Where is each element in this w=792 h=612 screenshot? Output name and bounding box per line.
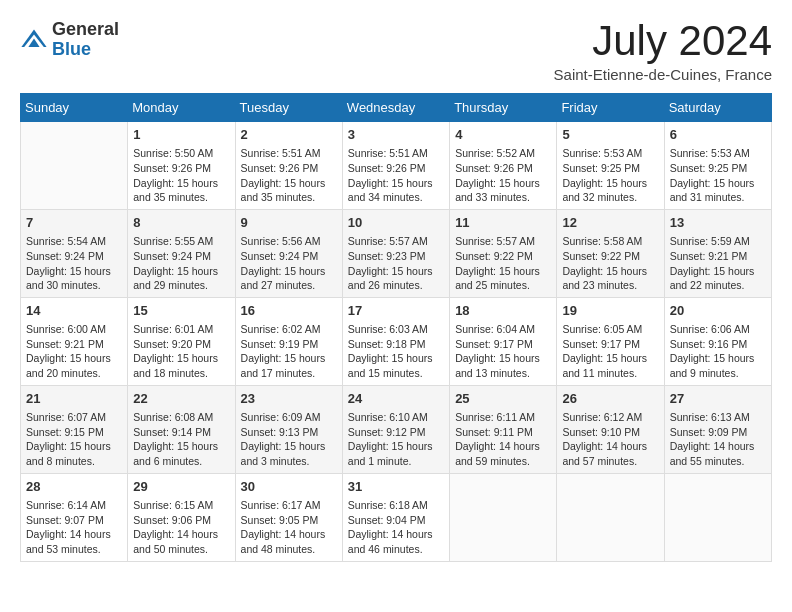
cell-content: Sunrise: 5:54 AMSunset: 9:24 PMDaylight:…: [26, 234, 122, 293]
daylight-text: Daylight: 15 hours and 18 minutes.: [133, 351, 229, 380]
daylight-text: Daylight: 14 hours and 55 minutes.: [670, 439, 766, 468]
day-number: 30: [241, 478, 337, 496]
cell-content: Sunrise: 6:03 AMSunset: 9:18 PMDaylight:…: [348, 322, 444, 381]
calendar-cell: 11Sunrise: 5:57 AMSunset: 9:22 PMDayligh…: [450, 209, 557, 297]
sunrise-text: Sunrise: 5:51 AM: [348, 146, 444, 161]
cell-content: Sunrise: 6:15 AMSunset: 9:06 PMDaylight:…: [133, 498, 229, 557]
daylight-text: Daylight: 15 hours and 6 minutes.: [133, 439, 229, 468]
sunset-text: Sunset: 9:26 PM: [241, 161, 337, 176]
sunset-text: Sunset: 9:22 PM: [455, 249, 551, 264]
sunrise-text: Sunrise: 6:00 AM: [26, 322, 122, 337]
sunrise-text: Sunrise: 5:59 AM: [670, 234, 766, 249]
day-number: 3: [348, 126, 444, 144]
daylight-text: Daylight: 15 hours and 26 minutes.: [348, 264, 444, 293]
sunrise-text: Sunrise: 5:57 AM: [455, 234, 551, 249]
sunset-text: Sunset: 9:09 PM: [670, 425, 766, 440]
day-number: 24: [348, 390, 444, 408]
daylight-text: Daylight: 15 hours and 17 minutes.: [241, 351, 337, 380]
calendar-cell: 21Sunrise: 6:07 AMSunset: 9:15 PMDayligh…: [21, 385, 128, 473]
calendar-cell: 9Sunrise: 5:56 AMSunset: 9:24 PMDaylight…: [235, 209, 342, 297]
calendar-cell: 17Sunrise: 6:03 AMSunset: 9:18 PMDayligh…: [342, 297, 449, 385]
calendar-cell: 31Sunrise: 6:18 AMSunset: 9:04 PMDayligh…: [342, 473, 449, 561]
sunrise-text: Sunrise: 5:52 AM: [455, 146, 551, 161]
sunrise-text: Sunrise: 6:17 AM: [241, 498, 337, 513]
calendar-cell: 24Sunrise: 6:10 AMSunset: 9:12 PMDayligh…: [342, 385, 449, 473]
sunrise-text: Sunrise: 6:10 AM: [348, 410, 444, 425]
days-row: SundayMondayTuesdayWednesdayThursdayFrid…: [21, 94, 772, 122]
day-number: 10: [348, 214, 444, 232]
sunset-text: Sunset: 9:05 PM: [241, 513, 337, 528]
day-number: 31: [348, 478, 444, 496]
daylight-text: Daylight: 15 hours and 11 minutes.: [562, 351, 658, 380]
sunset-text: Sunset: 9:15 PM: [26, 425, 122, 440]
calendar-cell: 16Sunrise: 6:02 AMSunset: 9:19 PMDayligh…: [235, 297, 342, 385]
cell-content: Sunrise: 6:02 AMSunset: 9:19 PMDaylight:…: [241, 322, 337, 381]
day-header-monday: Monday: [128, 94, 235, 122]
sunrise-text: Sunrise: 6:04 AM: [455, 322, 551, 337]
calendar-week-3: 14Sunrise: 6:00 AMSunset: 9:21 PMDayligh…: [21, 297, 772, 385]
sunrise-text: Sunrise: 5:50 AM: [133, 146, 229, 161]
sunrise-text: Sunrise: 6:06 AM: [670, 322, 766, 337]
daylight-text: Daylight: 15 hours and 13 minutes.: [455, 351, 551, 380]
day-number: 6: [670, 126, 766, 144]
day-number: 9: [241, 214, 337, 232]
calendar-cell: 27Sunrise: 6:13 AMSunset: 9:09 PMDayligh…: [664, 385, 771, 473]
calendar-cell: 7Sunrise: 5:54 AMSunset: 9:24 PMDaylight…: [21, 209, 128, 297]
calendar-week-4: 21Sunrise: 6:07 AMSunset: 9:15 PMDayligh…: [21, 385, 772, 473]
cell-content: Sunrise: 6:11 AMSunset: 9:11 PMDaylight:…: [455, 410, 551, 469]
calendar-cell: [664, 473, 771, 561]
cell-content: Sunrise: 6:01 AMSunset: 9:20 PMDaylight:…: [133, 322, 229, 381]
cell-content: Sunrise: 6:18 AMSunset: 9:04 PMDaylight:…: [348, 498, 444, 557]
daylight-text: Daylight: 15 hours and 20 minutes.: [26, 351, 122, 380]
sunrise-text: Sunrise: 6:14 AM: [26, 498, 122, 513]
day-number: 14: [26, 302, 122, 320]
sunrise-text: Sunrise: 6:09 AM: [241, 410, 337, 425]
cell-content: Sunrise: 6:08 AMSunset: 9:14 PMDaylight:…: [133, 410, 229, 469]
day-number: 26: [562, 390, 658, 408]
daylight-text: Daylight: 15 hours and 22 minutes.: [670, 264, 766, 293]
day-number: 21: [26, 390, 122, 408]
sunset-text: Sunset: 9:18 PM: [348, 337, 444, 352]
sunset-text: Sunset: 9:22 PM: [562, 249, 658, 264]
daylight-text: Daylight: 15 hours and 30 minutes.: [26, 264, 122, 293]
sunrise-text: Sunrise: 6:03 AM: [348, 322, 444, 337]
daylight-text: Daylight: 15 hours and 32 minutes.: [562, 176, 658, 205]
cell-content: Sunrise: 6:14 AMSunset: 9:07 PMDaylight:…: [26, 498, 122, 557]
day-number: 2: [241, 126, 337, 144]
cell-content: Sunrise: 5:56 AMSunset: 9:24 PMDaylight:…: [241, 234, 337, 293]
cell-content: Sunrise: 6:04 AMSunset: 9:17 PMDaylight:…: [455, 322, 551, 381]
daylight-text: Daylight: 15 hours and 23 minutes.: [562, 264, 658, 293]
sunrise-text: Sunrise: 5:56 AM: [241, 234, 337, 249]
calendar-cell: [557, 473, 664, 561]
daylight-text: Daylight: 15 hours and 29 minutes.: [133, 264, 229, 293]
sunset-text: Sunset: 9:25 PM: [562, 161, 658, 176]
day-number: 16: [241, 302, 337, 320]
calendar-cell: 22Sunrise: 6:08 AMSunset: 9:14 PMDayligh…: [128, 385, 235, 473]
title-area: July 2024 Saint-Etienne-de-Cuines, Franc…: [554, 20, 772, 83]
sunset-text: Sunset: 9:12 PM: [348, 425, 444, 440]
cell-content: Sunrise: 5:57 AMSunset: 9:23 PMDaylight:…: [348, 234, 444, 293]
daylight-text: Daylight: 15 hours and 9 minutes.: [670, 351, 766, 380]
sunrise-text: Sunrise: 6:02 AM: [241, 322, 337, 337]
day-header-thursday: Thursday: [450, 94, 557, 122]
daylight-text: Daylight: 14 hours and 57 minutes.: [562, 439, 658, 468]
sunrise-text: Sunrise: 6:11 AM: [455, 410, 551, 425]
daylight-text: Daylight: 15 hours and 1 minute.: [348, 439, 444, 468]
day-number: 22: [133, 390, 229, 408]
calendar-cell: 25Sunrise: 6:11 AMSunset: 9:11 PMDayligh…: [450, 385, 557, 473]
day-number: 17: [348, 302, 444, 320]
calendar-cell: [21, 122, 128, 210]
cell-content: Sunrise: 5:58 AMSunset: 9:22 PMDaylight:…: [562, 234, 658, 293]
sunset-text: Sunset: 9:17 PM: [562, 337, 658, 352]
cell-content: Sunrise: 5:51 AMSunset: 9:26 PMDaylight:…: [241, 146, 337, 205]
sunrise-text: Sunrise: 6:18 AM: [348, 498, 444, 513]
sunrise-text: Sunrise: 5:53 AM: [670, 146, 766, 161]
day-number: 23: [241, 390, 337, 408]
daylight-text: Daylight: 15 hours and 34 minutes.: [348, 176, 444, 205]
sunrise-text: Sunrise: 6:15 AM: [133, 498, 229, 513]
calendar-cell: 8Sunrise: 5:55 AMSunset: 9:24 PMDaylight…: [128, 209, 235, 297]
logo: General Blue: [20, 20, 119, 60]
calendar-cell: 13Sunrise: 5:59 AMSunset: 9:21 PMDayligh…: [664, 209, 771, 297]
calendar-cell: 19Sunrise: 6:05 AMSunset: 9:17 PMDayligh…: [557, 297, 664, 385]
sunset-text: Sunset: 9:20 PM: [133, 337, 229, 352]
